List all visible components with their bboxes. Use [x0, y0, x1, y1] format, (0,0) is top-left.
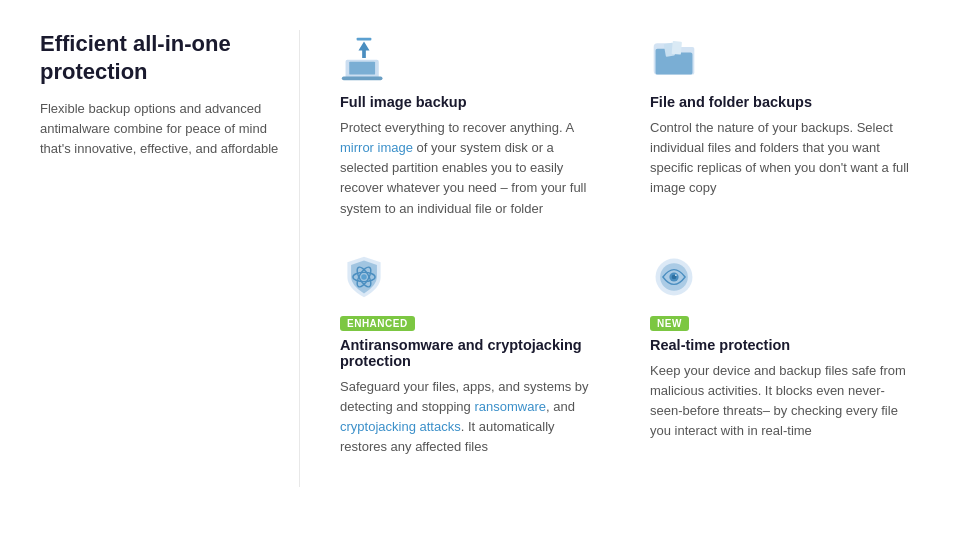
- full-image-backup-desc: Protect everything to recover anything. …: [340, 118, 600, 219]
- svg-point-15: [675, 274, 677, 276]
- svg-rect-6: [672, 41, 682, 55]
- page-description: Flexible backup options and advanced ant…: [40, 99, 279, 159]
- realtime-icon: [650, 249, 910, 301]
- feature-full-image-backup: Full image backup Protect everything to …: [330, 30, 610, 249]
- realtime-desc: Keep your device and backup files safe f…: [650, 361, 910, 442]
- full-image-backup-icon: [340, 30, 600, 82]
- feature-antiransomware: ENHANCED Antiransomware and cryptojackin…: [330, 249, 610, 488]
- full-image-backup-title: Full image backup: [340, 94, 600, 110]
- svg-rect-4: [357, 38, 372, 41]
- antiransomware-icon: [340, 249, 600, 301]
- feature-file-folder: File and folder backups Control the natu…: [640, 30, 920, 249]
- feature-realtime: NEW Real-time protection Keep your devic…: [640, 249, 920, 488]
- svg-rect-1: [349, 62, 375, 75]
- cryptojacking-link[interactable]: cryptojacking attacks: [340, 419, 461, 434]
- file-folder-icon: [650, 30, 910, 82]
- file-folder-desc: Control the nature of your backups. Sele…: [650, 118, 910, 199]
- page-title: Efficient all-in-one protection: [40, 30, 279, 85]
- svg-marker-3: [358, 41, 369, 58]
- svg-rect-2: [342, 76, 383, 80]
- antiransomware-desc: Safeguard your files, apps, and systems …: [340, 377, 600, 458]
- ransomware-link[interactable]: ransomware: [474, 399, 546, 414]
- enhanced-badge: ENHANCED: [340, 316, 415, 331]
- mirror-image-link[interactable]: mirror image: [340, 140, 413, 155]
- realtime-title: Real-time protection: [650, 337, 910, 353]
- antiransomware-title: Antiransomware and cryptojacking protect…: [340, 337, 600, 369]
- left-column: Efficient all-in-one protection Flexible…: [40, 30, 300, 487]
- svg-point-10: [361, 274, 367, 280]
- new-badge: NEW: [650, 316, 689, 331]
- file-folder-title: File and folder backups: [650, 94, 910, 110]
- page-layout: Efficient all-in-one protection Flexible…: [40, 30, 920, 487]
